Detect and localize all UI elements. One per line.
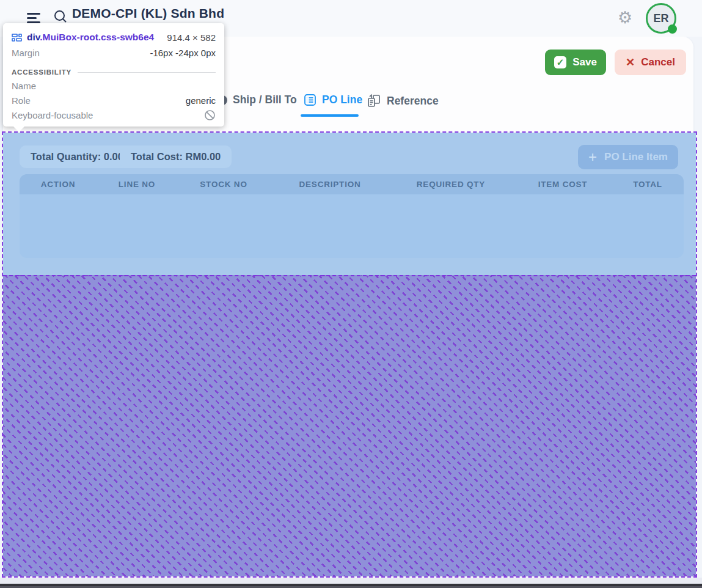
list-icon <box>304 94 316 106</box>
tab-reference[interactable]: Reference <box>367 94 439 108</box>
accessibility-section-heading: ACCESSIBILITY <box>12 66 216 78</box>
tab-ship-label: Ship / Bill To <box>233 94 297 106</box>
check-icon: ✓ <box>554 56 566 68</box>
online-status-dot <box>668 24 677 34</box>
save-button-label: Save <box>572 56 597 68</box>
highlight-margin-region <box>3 275 696 576</box>
margin-value: -16px -24px 0px <box>150 48 216 58</box>
column-header-line-no: LINE NO <box>97 180 177 189</box>
column-header-required-qty: REQUIRED QTY <box>390 180 512 189</box>
reference-icon <box>367 94 381 108</box>
inspected-element-selector: div.MuiBox-root.css-swb6e4 <box>27 32 154 43</box>
save-button[interactable]: ✓ Save <box>545 50 606 75</box>
company-name: DEMO-CPI (KL) Sdn Bhd <box>72 6 224 21</box>
total-cost-chip: Total Cost: RM0.00 <box>120 145 232 168</box>
tab-po-line-label: PO Line <box>322 94 362 106</box>
active-tab-indicator <box>301 114 359 117</box>
po-line-table-header: ACTION LINE NO STOCK NO DESCRIPTION REQU… <box>20 174 684 194</box>
a11y-role-label: Role <box>12 95 31 106</box>
inspected-element-dimensions: 914.4 × 582 <box>167 32 216 43</box>
tab-ship-bill-to[interactable]: Ship / Bill To <box>218 94 297 106</box>
avatar-initials: ER <box>653 12 668 25</box>
po-line-table: ACTION LINE NO STOCK NO DESCRIPTION REQU… <box>20 174 684 258</box>
close-icon: ✕ <box>626 56 635 69</box>
page-bottom-strip <box>0 578 702 584</box>
add-po-line-item-label: PO Line Item <box>604 151 668 163</box>
highlight-content-region: Total Quantity: 0.00 Total Cost: RM0.00 … <box>3 133 696 275</box>
plus-icon: + <box>588 150 597 164</box>
column-header-action: ACTION <box>20 180 97 189</box>
tab-reference-label: Reference <box>387 95 439 108</box>
a11y-name-label: Name <box>12 81 36 91</box>
tab-po-line[interactable]: PO Line <box>304 94 362 106</box>
a11y-focusable-label: Keyboard-focusable <box>12 110 93 120</box>
total-quantity-chip: Total Quantity: 0.00 <box>20 145 134 168</box>
menu-icon[interactable] <box>27 13 40 23</box>
gear-icon[interactable]: ⚙ <box>615 6 635 28</box>
not-focusable-icon <box>204 109 216 121</box>
po-line-table-empty-body <box>20 194 684 258</box>
add-po-line-item-button[interactable]: + PO Line Item <box>578 145 678 169</box>
margin-label: Margin <box>12 48 40 58</box>
devtools-inspect-tooltip: div.MuiBox-root.css-swb6e4 914.4 × 582 M… <box>3 23 224 127</box>
cancel-button-label: Cancel <box>641 56 675 68</box>
column-header-total: TOTAL <box>613 180 682 189</box>
element-badge-icon <box>12 34 22 42</box>
a11y-role-value: generic <box>186 95 216 106</box>
devtools-highlight-overlay: Total Quantity: 0.00 Total Cost: RM0.00 … <box>2 131 697 578</box>
column-header-stock-no: STOCK NO <box>177 180 270 189</box>
cancel-button[interactable]: ✕ Cancel <box>615 50 686 75</box>
column-header-item-cost: ITEM COST <box>512 180 613 189</box>
column-header-description: DESCRIPTION <box>270 180 390 189</box>
